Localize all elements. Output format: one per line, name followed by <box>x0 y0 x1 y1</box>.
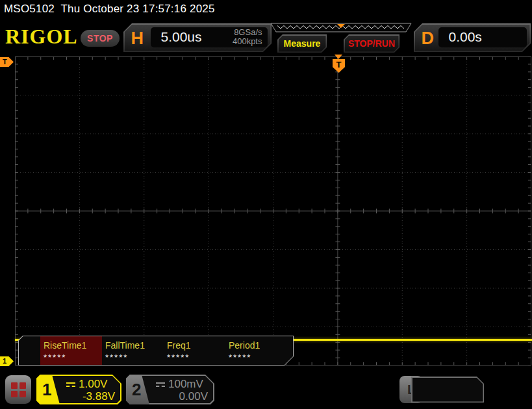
rigol-logo: RIGOL <box>5 25 78 49</box>
measurement-item-risetime[interactable]: RiseTime1 ***** <box>40 336 102 365</box>
digital-row-1: 0 1 2 3 4 5 6 7 <box>419 401 483 409</box>
delay-value: 0.00s <box>438 29 482 45</box>
digital-channels-list: 0 1 2 3 4 5 6 7 8 9 10 11 12 13 14 15 <box>412 378 483 402</box>
measurement-label: FallTime1 <box>102 340 164 351</box>
measurement-item-falltime[interactable]: FallTime1 ***** <box>102 336 164 365</box>
channel1-ground-marker[interactable]: 1 <box>0 356 14 366</box>
channel1-scale-value: 1.00V <box>79 378 107 391</box>
waveform-overview-strip[interactable] <box>268 23 414 33</box>
memory-depth: 400kpts <box>233 37 262 46</box>
channel2-scale-value: 100mV <box>168 378 203 391</box>
channel1-scale: 1.00V <box>66 378 107 391</box>
measure-button-label: Measure <box>277 34 327 53</box>
measurement-item-period[interactable]: Period1 ***** <box>225 336 287 365</box>
channel2-offset: 0.00V <box>179 390 208 403</box>
dc-coupling-icon <box>66 382 75 388</box>
sample-rate: 8GSa/s <box>233 28 262 37</box>
horizontal-panel-bg: H 5.00us 8GSa/s 400kpts <box>125 25 271 51</box>
measurement-label: Period1 <box>225 340 287 351</box>
timebase-display: 5.00us 8GSa/s 400kpts <box>151 27 268 47</box>
dc-coupling-icon <box>156 382 165 388</box>
channel2-panel[interactable]: 2 100mV 0.00V <box>126 375 214 404</box>
measure-button[interactable]: Measure <box>277 34 327 53</box>
measurement-value: ***** <box>225 353 287 362</box>
run-state-badge: STOP <box>81 30 120 47</box>
measurement-item-freq[interactable]: Freq1 ***** <box>164 336 225 365</box>
status-line: MSO5102 Thu October 23 17:57:16 2025 <box>4 3 215 16</box>
measurement-label: RiseTime1 <box>40 340 102 351</box>
measurement-value: ***** <box>102 353 164 362</box>
d-icon: D <box>422 29 435 49</box>
acquisition-info: 8GSa/s 400kpts <box>233 28 268 47</box>
menu-icon[interactable] <box>5 375 31 404</box>
channel1-panel[interactable]: 1 1.00V -3.88V <box>36 375 121 404</box>
menu-grid-icon <box>11 382 26 397</box>
delay-settings-panel[interactable]: D 0.00s <box>414 23 531 52</box>
stop-run-button-label: STOP/RUN <box>344 34 399 53</box>
h-icon: H <box>131 29 144 49</box>
measurement-value: ***** <box>40 353 102 362</box>
channel2-scale: 100mV <box>156 378 203 391</box>
trigger-position-triangle-icon[interactable] <box>335 55 342 59</box>
delay-panel-bg: D 0.00s <box>415 25 530 51</box>
trigger-level-marker[interactable]: T <box>0 57 14 67</box>
channel1-offset: -3.88V <box>82 390 115 403</box>
oscilloscope-screen: MSO5102 Thu October 23 17:57:16 2025 RIG… <box>0 0 532 409</box>
delay-display: 0.00s <box>438 27 527 47</box>
digital-channels-panel[interactable]: 0 1 2 3 4 5 6 7 8 9 10 11 12 13 14 15 <box>411 377 484 403</box>
graticule-grid <box>15 56 531 366</box>
horizontal-settings-panel[interactable]: H 5.00us 8GSa/s 400kpts <box>123 23 272 52</box>
measurement-results-bg: RiseTime1 ***** FallTime1 ***** Freq1 **… <box>19 336 293 365</box>
measurement-results-panel: RiseTime1 ***** FallTime1 ***** Freq1 **… <box>18 336 294 366</box>
measurement-value: ***** <box>164 353 225 362</box>
run-state-label: STOP <box>87 33 113 43</box>
stop-run-button[interactable]: STOP/RUN <box>344 34 399 53</box>
measurement-label: Freq1 <box>164 340 225 351</box>
timebase-value: 5.00us <box>151 29 233 45</box>
